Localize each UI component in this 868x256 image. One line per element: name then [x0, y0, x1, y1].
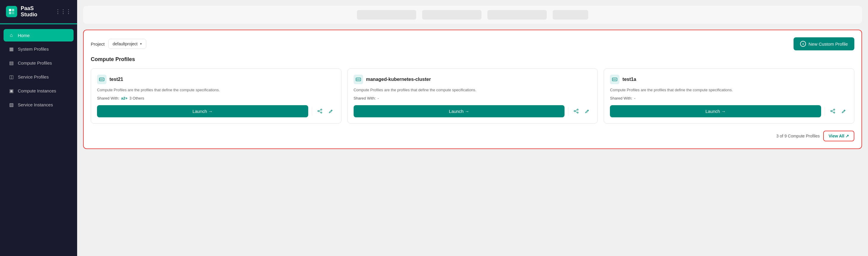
card-footer-test1a: Launch →	[610, 105, 848, 117]
card-actions-managed-kubernetes	[568, 107, 591, 115]
svg-point-9	[321, 109, 322, 110]
shared-with-label-test1a: Shared With:	[610, 96, 632, 101]
compute-card-icon-test1a	[610, 75, 619, 84]
svg-point-30	[831, 111, 832, 112]
new-custom-profile-button[interactable]: + New Custom Profile	[794, 37, 855, 50]
svg-rect-24	[612, 78, 617, 81]
shared-others-test21: 3 Others	[129, 96, 144, 101]
svg-point-11	[321, 112, 322, 113]
card-desc-managed-kubernetes: Compute Profiles are the profiles that d…	[353, 87, 592, 93]
sidebar-item-compute-profiles-label: Compute Profiles	[18, 61, 52, 66]
card-shared-test21: Shared With: a2+ 3 Others	[97, 96, 335, 101]
sidebar-item-system-profiles[interactable]: ▦ System Profiles	[4, 43, 73, 56]
share-icon-managed-kubernetes[interactable]	[572, 107, 580, 115]
svg-rect-3	[12, 12, 14, 14]
fade-block-3	[487, 10, 547, 20]
profile-card-managed-kubernetes: managed-kubernetes-cluster Compute Profi…	[347, 68, 598, 123]
card-desc-test21: Compute Profiles are the profiles that d…	[97, 87, 335, 93]
compute-instances-icon: ▣	[8, 88, 14, 94]
svg-point-29	[834, 109, 835, 110]
project-dropdown[interactable]: defaultproject ▾	[108, 39, 146, 49]
svg-line-13	[319, 111, 321, 112]
shared-others-test1a: -	[634, 96, 635, 101]
share-icon-test1a[interactable]	[829, 107, 837, 115]
panel-footer: 3 of 9 Compute Profiles View All ↗	[91, 131, 855, 141]
fade-block-4	[553, 10, 588, 20]
card-actions-test1a	[825, 107, 848, 115]
compute-card-icon-managed-kubernetes	[353, 75, 363, 84]
new-profile-btn-label: New Custom Profile	[808, 41, 848, 46]
sidebar-header: PaaS Studio ⋮⋮⋮	[0, 0, 77, 24]
compute-card-icon-test21	[97, 75, 106, 84]
svg-line-12	[319, 110, 321, 111]
sidebar-item-home[interactable]: ⌂ Home	[4, 29, 73, 41]
edit-icon-test21[interactable]	[327, 107, 335, 115]
svg-point-31	[834, 112, 835, 113]
svg-point-21	[577, 112, 578, 113]
launch-label-managed-kubernetes: Launch →	[449, 109, 469, 114]
svg-line-23	[575, 111, 577, 112]
card-name-managed-kubernetes: managed-kubernetes-cluster	[366, 77, 431, 82]
service-instances-icon: ▧	[8, 102, 14, 108]
sidebar-item-service-instances[interactable]: ▧ Service Instances	[4, 98, 73, 111]
svg-line-32	[832, 110, 834, 111]
app-logo	[6, 6, 17, 17]
panel-header: Project defaultproject ▾ + New Custom Pr…	[91, 37, 855, 50]
profile-card-test1a: test1a Compute Profiles are the profiles…	[604, 68, 855, 123]
project-label: Project	[91, 41, 105, 46]
edit-icon-managed-kubernetes[interactable]	[583, 107, 591, 115]
launch-button-test21[interactable]: Launch →	[97, 105, 308, 117]
fade-block-2	[422, 10, 482, 20]
card-desc-test1a: Compute Profiles are the profiles that d…	[610, 87, 848, 93]
svg-line-22	[575, 110, 577, 111]
compute-profiles-panel: Project defaultproject ▾ + New Custom Pr…	[83, 30, 862, 149]
grid-menu-icon[interactable]: ⋮⋮⋮	[55, 8, 71, 15]
view-all-button[interactable]: View All ↗	[823, 131, 855, 141]
compute-profiles-icon: ▤	[8, 60, 14, 66]
fade-block-1	[357, 10, 416, 20]
card-shared-managed-kubernetes: Shared With: -	[353, 96, 592, 101]
svg-rect-4	[99, 78, 104, 81]
app-title: PaaS Studio	[21, 5, 52, 18]
svg-line-33	[832, 111, 834, 112]
svg-rect-2	[9, 12, 11, 14]
compute-profiles-grid: test21 Compute Profiles are the profiles…	[91, 68, 855, 123]
sidebar-item-compute-instances-label: Compute Instances	[18, 88, 56, 93]
project-dropdown-value: defaultproject	[113, 41, 137, 46]
shared-link-test21[interactable]: a2+	[121, 96, 128, 101]
card-footer-test21: Launch →	[97, 105, 335, 117]
card-actions-test21	[312, 107, 335, 115]
shared-with-label-managed-kubernetes: Shared With:	[353, 96, 376, 101]
chevron-down-icon: ▾	[140, 42, 142, 46]
launch-button-managed-kubernetes[interactable]: Launch →	[353, 105, 565, 117]
edit-icon-test1a[interactable]	[840, 107, 848, 115]
top-fade-area	[83, 6, 862, 24]
view-all-label: View All ↗	[829, 134, 849, 138]
sidebar-item-service-instances-label: Service Instances	[18, 102, 53, 107]
compute-profiles-title: Compute Profiles	[91, 56, 855, 63]
card-shared-test1a: Shared With: -	[610, 96, 848, 101]
sidebar: PaaS Studio ⋮⋮⋮ ⌂ Home ▦ System Profiles…	[0, 0, 77, 256]
card-header-managed-kubernetes: managed-kubernetes-cluster	[353, 75, 592, 84]
sidebar-item-home-label: Home	[18, 33, 30, 38]
home-icon: ⌂	[8, 33, 14, 38]
sidebar-accent-bar	[0, 24, 77, 24]
system-profiles-icon: ▦	[8, 46, 14, 52]
service-profiles-icon: ◫	[8, 74, 14, 80]
shared-others-managed-kubernetes: -	[378, 96, 379, 101]
svg-point-19	[577, 109, 578, 110]
sidebar-item-system-profiles-label: System Profiles	[18, 46, 49, 51]
card-header-test1a: test1a	[610, 75, 848, 84]
card-header-test21: test21	[97, 75, 335, 84]
card-footer-managed-kubernetes: Launch →	[353, 105, 592, 117]
sidebar-item-compute-instances[interactable]: ▣ Compute Instances	[4, 84, 73, 97]
sidebar-item-service-profiles-label: Service Profiles	[18, 74, 49, 79]
sidebar-item-compute-profiles[interactable]: ▤ Compute Profiles	[4, 57, 73, 69]
profile-card-test21: test21 Compute Profiles are the profiles…	[91, 68, 341, 123]
share-icon-test21[interactable]	[316, 107, 324, 115]
sidebar-item-service-profiles[interactable]: ◫ Service Profiles	[4, 71, 73, 83]
svg-rect-0	[9, 9, 11, 11]
card-name-test21: test21	[110, 77, 123, 82]
launch-label-test21: Launch →	[192, 109, 213, 114]
launch-button-test1a[interactable]: Launch →	[610, 105, 821, 117]
